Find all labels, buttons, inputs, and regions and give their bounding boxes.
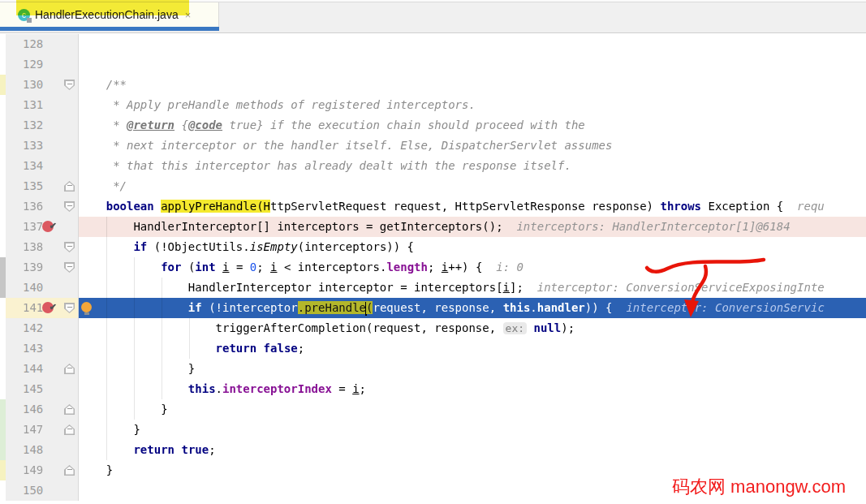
gutter[interactable]: 133 — [6, 136, 79, 156]
gutter[interactable]: 140 — [6, 278, 79, 298]
code-text[interactable]: * @return {@code true} if the execution … — [79, 115, 866, 136]
change-marker-strip — [0, 359, 6, 379]
change-marker-strip — [0, 298, 6, 318]
line-number: 146 — [23, 399, 43, 420]
code-text[interactable]: * that this interceptor has already deal… — [79, 156, 866, 176]
gutter[interactable]: 148 — [6, 440, 79, 460]
code-text[interactable]: return false; — [79, 338, 866, 359]
code-line: 141✔ if (!interceptor.preHandle(request,… — [0, 298, 866, 318]
editor-tab-bar: c HandlerExecutionChain.java × — [0, 0, 866, 33]
tab-title: HandlerExecutionChain.java — [35, 8, 179, 21]
gutter[interactable]: 137✔ — [6, 217, 79, 237]
fold-marker-icon[interactable] — [64, 262, 75, 273]
code-line: 139 for (int i = 0; i < interceptors.len… — [0, 257, 866, 278]
code-line: 144 } — [0, 359, 866, 379]
code-line: 142 triggerAfterCompletion(request, resp… — [0, 318, 866, 338]
code-line: 145 this.interceptorIndex = i; — [0, 379, 866, 399]
close-icon[interactable]: × — [185, 9, 192, 21]
fold-marker-icon[interactable] — [64, 404, 75, 415]
fold-marker-icon[interactable] — [64, 424, 75, 435]
line-number: 139 — [23, 257, 43, 278]
code-text[interactable]: if (!interceptor.preHandle(request, resp… — [79, 298, 866, 318]
gutter[interactable]: 131 — [6, 95, 79, 115]
code-text[interactable]: boolean applyPreHandle(HttpServletReques… — [79, 196, 866, 217]
code-text[interactable]: return true; — [79, 440, 866, 460]
line-number: 144 — [23, 359, 43, 379]
line-number: 131 — [23, 95, 43, 115]
code-editor[interactable]: 128129130 /**131 * Apply preHandle metho… — [0, 34, 866, 501]
fold-marker-icon[interactable] — [64, 465, 75, 476]
code-line: 135 */ — [0, 176, 866, 196]
gutter[interactable]: 134 — [6, 156, 79, 176]
code-text[interactable]: /** — [79, 75, 866, 95]
line-number: 129 — [23, 54, 43, 75]
line-number: 130 — [23, 75, 43, 95]
fold-marker-icon[interactable] — [64, 303, 75, 313]
gutter[interactable]: 141✔ — [6, 298, 79, 318]
gutter[interactable]: 143 — [6, 338, 79, 359]
code-text[interactable]: */ — [79, 176, 866, 196]
gutter[interactable]: 146 — [6, 399, 79, 420]
code-text[interactable]: HandlerInterceptor[] interceptors = getI… — [79, 217, 866, 237]
change-marker-strip — [0, 34, 6, 54]
change-marker-strip — [0, 115, 6, 136]
code-line: 129 — [0, 54, 866, 75]
code-text[interactable]: triggerAfterCompletion(request, response… — [79, 318, 866, 338]
tab-handler-execution-chain[interactable]: c HandlerExecutionChain.java × — [0, 2, 219, 27]
gutter[interactable]: 145 — [6, 379, 79, 399]
gutter[interactable]: 142 — [6, 318, 79, 338]
breakpoint-icon[interactable]: ✔ — [42, 302, 54, 313]
change-marker-strip — [0, 379, 6, 399]
code-text[interactable]: * Apply preHandle methods of registered … — [79, 95, 866, 115]
line-number: 150 — [23, 480, 43, 501]
fold-marker-icon[interactable] — [64, 364, 75, 374]
code-text[interactable]: } — [79, 359, 866, 379]
line-number: 136 — [23, 196, 43, 217]
gutter[interactable]: 139 — [6, 257, 79, 278]
gutter[interactable]: 149 — [6, 460, 79, 480]
debugger-inline-hint: i: 0 — [496, 261, 523, 274]
line-number: 133 — [23, 136, 43, 156]
code-text[interactable]: HandlerInterceptor interceptor = interce… — [79, 278, 866, 298]
code-line: 138 if (!ObjectUtils.isEmpty(interceptor… — [0, 237, 866, 257]
watermark: 码农网 manongw.com — [672, 475, 864, 499]
ide-window: c HandlerExecutionChain.java × 128129130… — [0, 0, 866, 504]
line-number: 149 — [23, 460, 43, 480]
code-text[interactable]: this.interceptorIndex = i; — [79, 379, 866, 399]
gutter[interactable]: 138 — [6, 237, 79, 257]
change-marker-strip — [0, 480, 6, 501]
code-text[interactable]: } — [79, 420, 866, 440]
code-line: 143 return false; — [0, 338, 866, 359]
gutter[interactable]: 147 — [6, 420, 79, 440]
code-text[interactable]: for (int i = 0; i < interceptors.length;… — [79, 257, 866, 278]
code-text[interactable] — [79, 34, 866, 54]
line-number: 128 — [23, 34, 43, 54]
code-text[interactable]: * next interceptor or the handler itself… — [79, 136, 866, 156]
debugger-inline-hint: interceptors: HandlerInterceptor[1]@6184 — [516, 220, 790, 233]
gutter[interactable]: 144 — [6, 359, 79, 379]
change-marker-strip — [0, 156, 6, 176]
fold-marker-icon[interactable] — [64, 80, 75, 90]
code-line: 136 boolean applyPreHandle(HttpServletRe… — [0, 196, 866, 217]
gutter[interactable]: 128 — [6, 34, 79, 54]
line-number: 145 — [23, 379, 43, 399]
fold-marker-icon[interactable] — [64, 242, 75, 252]
code-line: 146 } — [0, 399, 866, 420]
code-text[interactable]: } — [79, 399, 866, 420]
gutter[interactable]: 135 — [6, 176, 79, 196]
code-line: 131 * Apply preHandle methods of registe… — [0, 95, 866, 115]
gutter[interactable]: 136 — [6, 196, 79, 217]
code-text[interactable]: if (!ObjectUtils.isEmpty(interceptors)) … — [79, 237, 866, 257]
fold-marker-icon[interactable] — [64, 201, 75, 212]
code-text[interactable] — [79, 54, 866, 75]
gutter[interactable]: 130 — [6, 75, 79, 95]
change-marker-strip — [0, 278, 6, 298]
line-number: 138 — [23, 237, 43, 257]
gutter[interactable]: 132 — [6, 115, 79, 136]
breakpoint-icon[interactable]: ✔ — [42, 221, 54, 232]
gutter[interactable]: 150 — [6, 480, 79, 501]
intention-bulb-icon[interactable] — [81, 302, 93, 315]
fold-marker-icon[interactable] — [64, 181, 75, 192]
gutter[interactable]: 129 — [6, 54, 79, 75]
change-marker-strip — [0, 460, 6, 480]
